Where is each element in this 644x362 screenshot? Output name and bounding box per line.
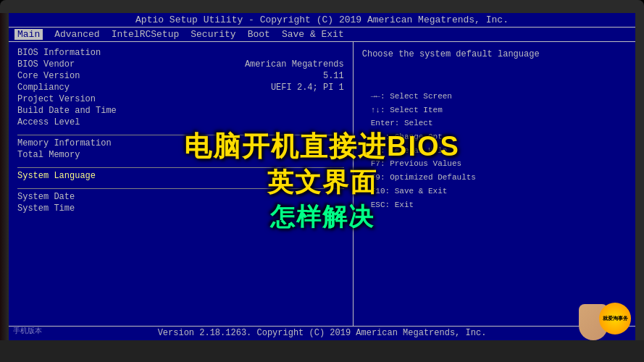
system-language-label[interactable]: System Language [17, 171, 133, 181]
bios-right-panel: Choose the system default language →←: S… [354, 42, 635, 332]
memory-info-row: Memory Information [17, 138, 344, 148]
key-hint-f1: F1: General Help [371, 144, 618, 158]
system-time-label: System Time [17, 203, 133, 214]
project-version-label: Project Version [17, 94, 133, 104]
bios-vendor-label: BIOS Vendor [17, 59, 133, 70]
key-hint-change: +/-: Change Opt. [371, 130, 618, 144]
bios-key-hints: →←: Select Screen ↑↓: Select Item Enter:… [362, 90, 627, 211]
build-date-label: Build Date and Time [17, 106, 133, 116]
compliancy-value: UEFI 2.4; PI 1 [271, 83, 344, 93]
menu-advanced[interactable]: Advanced [54, 29, 99, 40]
total-memory-label: Total Memory [17, 150, 133, 160]
access-level-row: Access Level [17, 117, 344, 127]
bios-info-row: BIOS Information [17, 48, 344, 58]
corner-badge: 就爱淘事务 [599, 303, 631, 334]
core-version-value: 5.11 [323, 71, 344, 81]
help-text-content: Choose the system default language [362, 49, 540, 59]
menu-boot[interactable]: Boot [248, 29, 270, 40]
system-language-section: System Language [17, 171, 344, 181]
bios-menu-bar: Main Advanced IntelRCSetup Security Boot… [9, 28, 635, 42]
project-version-row: Project Version [17, 94, 344, 104]
key-hint-f9: F9: Optimized Defaults [371, 171, 618, 185]
compliancy-label: Compliancy [17, 83, 133, 93]
tv-bottom-bar [0, 340, 644, 362]
system-date-label: System Date [17, 192, 133, 202]
watermark-bottom-left: 手机版本 [13, 326, 42, 336]
core-version-label: Core Version [17, 71, 133, 81]
datetime-section: System Date System Time [17, 192, 344, 214]
system-time-row: System Time [17, 203, 344, 214]
core-version-row: Core Version 5.11 [17, 71, 344, 81]
bios-version-text: Version 2.18.1263. Copyright (C) 2019 Am… [158, 328, 487, 338]
key-hint-screen: →←: Select Screen [371, 90, 618, 104]
screen-wrapper: Aptio Setup Utility - Copyright (C) 2019… [0, 0, 644, 362]
access-level-label: Access Level [17, 117, 133, 127]
bios-main-content: BIOS Information BIOS Vendor American Me… [9, 42, 635, 332]
bios-info-section: BIOS Information BIOS Vendor American Me… [17, 48, 344, 127]
key-hint-esc: ESC: Exit [371, 198, 618, 212]
left-edge-decoration [0, 13, 9, 340]
badge-text: 就爱淘事务 [603, 316, 628, 321]
bios-help-text: Choose the system default language [362, 48, 627, 61]
menu-save-exit[interactable]: Save & Exit [282, 29, 344, 40]
key-hint-enter: Enter: Select [371, 117, 618, 130]
bios-title-bar: Aptio Setup Utility - Copyright (C) 2019… [9, 13, 635, 28]
menu-security[interactable]: Security [191, 29, 235, 40]
system-language-row: System Language [17, 171, 344, 181]
bios-title: Aptio Setup Utility - Copyright (C) 2019… [135, 14, 509, 25]
key-hint-f10: F10: Save & Exit [371, 185, 618, 198]
tv-bezel: Aptio Setup Utility - Copyright (C) 2019… [0, 0, 644, 362]
divider-1 [17, 135, 344, 135]
memory-section: Memory Information Total Memory [17, 138, 344, 160]
compliancy-row: Compliancy UEFI 2.4; PI 1 [17, 83, 344, 93]
bios-left-panel: BIOS Information BIOS Vendor American Me… [9, 42, 354, 332]
key-hint-f7: F7: Previous Values [371, 157, 618, 171]
bios-screen: Aptio Setup Utility - Copyright (C) 2019… [9, 13, 635, 340]
bios-bottom-bar: Version 2.18.1263. Copyright (C) 2019 Am… [9, 326, 635, 340]
bios-information-label: BIOS Information [17, 48, 133, 58]
total-memory-row: Total Memory [17, 150, 344, 160]
divider-3 [17, 188, 344, 189]
key-hint-item: ↑↓: Select Item [371, 104, 618, 117]
bios-vendor-value: American Megatrends [245, 59, 344, 70]
menu-main[interactable]: Main [14, 29, 43, 40]
divider-2 [17, 167, 344, 168]
menu-intelrcsetup[interactable]: IntelRCSetup [112, 29, 180, 40]
bios-vendor-row: BIOS Vendor American Megatrends [17, 59, 344, 70]
build-date-row: Build Date and Time [17, 106, 344, 116]
system-date-row: System Date [17, 192, 344, 202]
watermark-text: 手机版本 [13, 327, 42, 334]
memory-info-label: Memory Information [17, 138, 133, 148]
